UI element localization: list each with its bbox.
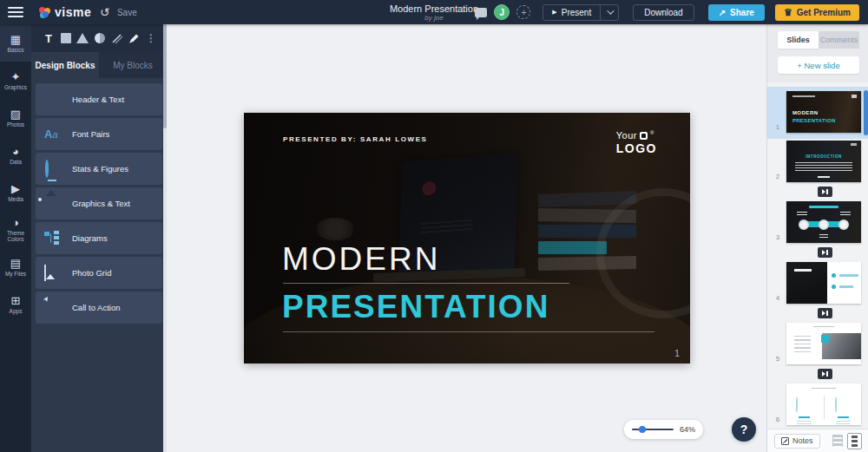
block-font-pairs[interactable]: Aa Font Pairs <box>36 118 162 150</box>
block-stats-and-figures[interactable]: Stats & Figures <box>36 153 162 185</box>
transition-row <box>767 366 868 382</box>
sidebar-label: My Files <box>5 271 26 277</box>
slide-number: 1 <box>773 123 783 133</box>
slides-panel-footer: Notes <box>767 429 868 452</box>
slide-thumbnail-2[interactable]: INTRODUCTION <box>786 141 861 182</box>
panel-scrollbar[interactable] <box>163 24 167 452</box>
slide-transition-button[interactable] <box>818 308 832 318</box>
selected-slide-indicator <box>864 90 868 135</box>
comments-icon[interactable] <box>475 8 487 17</box>
circle-shape-tool-icon[interactable] <box>93 31 107 45</box>
presented-by-text[interactable]: PRESENTED BY: SARAH LOWES <box>283 135 428 143</box>
present-button[interactable]: ▶ Present <box>542 4 619 21</box>
document-title[interactable]: Modern Presentation <box>390 3 478 14</box>
slide-number: 6 <box>773 416 783 425</box>
tab-slides[interactable]: Slides <box>778 31 819 49</box>
block-label: Diagrams <box>72 233 108 243</box>
zoom-slider[interactable] <box>632 429 674 430</box>
block-photo-grid[interactable]: Photo Grid <box>36 257 162 289</box>
tab-design-blocks[interactable]: Design Blocks <box>31 52 99 78</box>
block-header-and-text[interactable]: Header & Text <box>36 83 162 115</box>
block-label: Call to Action <box>72 303 120 312</box>
chevron-down-icon <box>607 7 614 14</box>
notes-label: Notes <box>792 436 813 445</box>
more-tools-icon[interactable]: ⋮ <box>144 31 158 45</box>
sidebar-item-media[interactable]: ▶ Media <box>0 174 31 211</box>
help-button[interactable]: ? <box>732 417 756 442</box>
call-to-action-icon <box>44 300 62 316</box>
present-dropdown-button[interactable] <box>600 5 618 20</box>
logo-placeholder[interactable]: Your ® LOGO <box>616 130 657 156</box>
sidebar-label: Data <box>10 159 22 165</box>
undo-icon[interactable]: ↻ <box>100 5 110 19</box>
hamburger-menu-icon[interactable] <box>0 0 31 24</box>
download-button[interactable]: Download <box>633 4 694 21</box>
get-premium-button[interactable]: ♛ Get Premium <box>775 4 859 21</box>
user-avatar[interactable]: J <box>494 4 510 20</box>
triangle-shape-tool-icon[interactable] <box>76 31 89 45</box>
sidebar-item-apps[interactable]: ⊞ Apps <box>0 285 31 323</box>
slides-panel-tabs: Slides Comments <box>767 24 868 49</box>
save-status[interactable]: Save <box>117 8 137 17</box>
zoom-slider-knob[interactable] <box>639 426 646 433</box>
header-text-icon <box>44 92 62 108</box>
filmstrip-view-toggle-icon[interactable] <box>847 433 862 449</box>
editor-canvas[interactable]: PRESENTED BY: SARAH LOWES Your ® LOGO MO… <box>167 24 766 452</box>
crown-icon: ♛ <box>784 7 792 18</box>
sidebar-item-my-files[interactable]: ▤ My Files <box>0 248 31 285</box>
block-call-to-action[interactable]: Call to Action <box>36 292 162 324</box>
slide-title-modern[interactable]: MODERN <box>282 241 440 278</box>
text-tool-icon[interactable]: T <box>42 31 56 45</box>
notes-button[interactable]: Notes <box>774 434 820 449</box>
share-arrow-icon: ↗ <box>719 8 726 17</box>
view-toggles <box>830 433 862 449</box>
block-graphics-and-text[interactable]: Graphics & Text <box>36 187 162 219</box>
left-sidebar: ▦ Basics ✦ Graphics ▨ Photos ◕ Data ▶ Me… <box>0 24 31 452</box>
visme-logo[interactable]: visme <box>38 5 91 19</box>
share-button[interactable]: ↗ Share <box>708 4 765 21</box>
transition-row <box>767 305 868 321</box>
thumb-title: MODERN <box>792 110 819 115</box>
slide-thumbnail-3[interactable] <box>786 201 861 243</box>
thumbnail-row-1: 1 MODERN PRESENTATION <box>767 87 868 139</box>
line-tool-icon[interactable] <box>110 31 124 45</box>
slides-panel: Slides Comments + New slide 1 MODERN PRE… <box>766 24 868 452</box>
add-collaborator-button[interactable]: + <box>516 5 530 19</box>
slide-thumbnail-6[interactable] <box>786 383 861 425</box>
premium-label: Get Premium <box>797 8 851 17</box>
font-pairs-icon: Aa <box>44 127 62 142</box>
grid-view-toggle-icon[interactable] <box>830 433 845 449</box>
quick-tools-row: T ⋮ <box>31 24 167 52</box>
thumbnail-row-6: 6 <box>767 382 868 427</box>
transition-row <box>767 245 868 260</box>
divider-line <box>283 283 569 284</box>
registered-symbol: ® <box>650 130 654 135</box>
thumb-title: PRESENTATION <box>792 118 836 123</box>
slide-thumbnail-4[interactable] <box>786 262 861 304</box>
slide-canvas[interactable]: PRESENTED BY: SARAH LOWES Your ® LOGO MO… <box>244 113 690 364</box>
slide-transition-button[interactable] <box>818 369 832 379</box>
sidebar-item-theme-colors[interactable]: ◑ Theme Colors <box>0 211 31 248</box>
slide-title-presentation[interactable]: PRESENTATION <box>282 289 549 325</box>
pen-tool-icon[interactable] <box>127 31 141 45</box>
square-shape-tool-icon[interactable] <box>59 31 73 45</box>
download-label: Download <box>644 8 682 17</box>
slide-transition-button[interactable] <box>818 247 832 258</box>
slide-thumbnail-5[interactable] <box>786 323 861 364</box>
sidebar-item-data[interactable]: ◕ Data <box>0 136 31 174</box>
block-label: Stats & Figures <box>72 164 128 174</box>
slide-number: 4 <box>773 294 783 304</box>
slide-thumbnail-1[interactable]: MODERN PRESENTATION <box>786 91 861 133</box>
slide-transition-button[interactable] <box>818 187 832 197</box>
block-diagrams[interactable]: Diagrams <box>36 222 162 254</box>
new-slide-button[interactable]: + New slide <box>778 56 859 74</box>
sidebar-item-graphics[interactable]: ✦ Graphics <box>0 62 31 99</box>
sidebar-item-basics[interactable]: ▦ Basics <box>0 24 31 62</box>
block-label: Header & Text <box>72 95 124 104</box>
present-label: Present <box>562 8 591 17</box>
tab-my-blocks[interactable]: My Blocks <box>99 52 167 78</box>
my-files-icon: ▤ <box>10 258 21 269</box>
tab-comments[interactable]: Comments <box>819 31 859 49</box>
visme-flower-icon <box>38 6 50 18</box>
sidebar-item-photos[interactable]: ▨ Photos <box>0 99 31 136</box>
